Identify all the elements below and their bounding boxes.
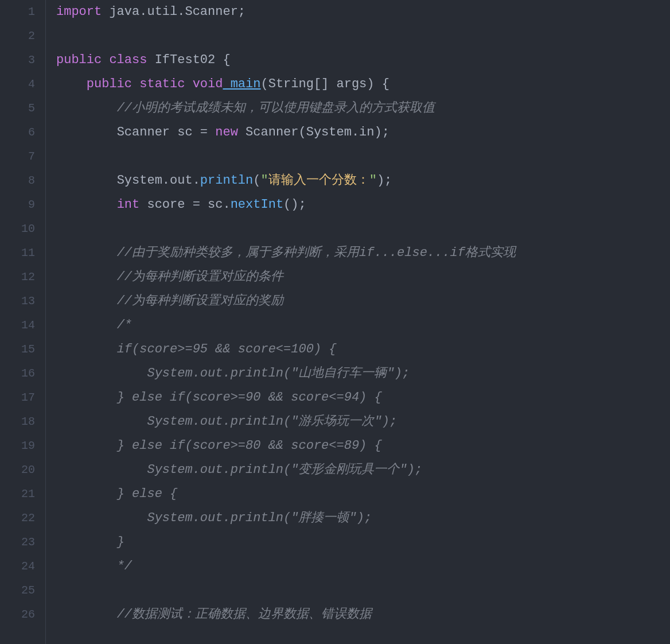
code-line-18[interactable]: System.out.println("游乐场玩一次"); (56, 410, 670, 434)
code-line-13[interactable]: //为每种判断设置对应的奖励 (56, 289, 670, 313)
code-line-1[interactable]: import java.util.Scanner; (56, 0, 670, 24)
method-nextint: nextInt (231, 197, 283, 212)
code-line-4[interactable]: public static void main(String[] args) { (56, 72, 670, 96)
code-editor: 1 2 3 4 5 6 7 8 9 10 11 12 13 14 15 16 1… (0, 0, 670, 644)
comment: //为每种判断设置对应的奖励 (117, 294, 283, 308)
indent (56, 173, 117, 188)
commented-code: } else if(score>=90 && score<=94) { (117, 390, 382, 405)
paren-open: ( (253, 173, 260, 188)
class-name: IfTest02 (147, 53, 215, 67)
code-content[interactable]: import java.util.Scanner; public class I… (46, 0, 670, 644)
line-number: 24 (6, 554, 35, 579)
code-line-3[interactable]: public class IfTest02 { (56, 48, 670, 72)
indent (56, 77, 87, 91)
indent (56, 607, 117, 622)
code-line-24[interactable]: */ (56, 554, 670, 579)
var-score: score (139, 197, 185, 212)
indent (56, 414, 147, 429)
equals: = (193, 125, 216, 139)
code-line-22[interactable]: System.out.println("胖揍一顿"); (56, 506, 670, 530)
code-line-23[interactable]: } (56, 530, 670, 554)
indent (56, 463, 147, 477)
paren-close: ); (377, 173, 392, 188)
line-number: 2 (6, 24, 35, 48)
indent (56, 487, 117, 501)
code-line-2[interactable] (56, 24, 670, 48)
line-number: 19 (6, 434, 35, 458)
method-args: (String[] args) { (260, 77, 389, 91)
line-number: 14 (6, 313, 35, 337)
line-number: 6 (6, 121, 35, 145)
code-line-9[interactable]: int score = sc.nextInt(); (56, 193, 670, 217)
keyword-public: public (56, 53, 102, 67)
indent (56, 511, 147, 525)
indent (56, 197, 117, 212)
line-number: 18 (6, 410, 35, 434)
keyword-int: int (117, 197, 140, 212)
indent (56, 342, 117, 356)
commented-code: System.out.println("游乐场玩一次"); (147, 414, 397, 429)
code-line-16[interactable]: System.out.println("山地自行车一辆"); (56, 362, 670, 386)
line-number: 17 (6, 386, 35, 410)
code-line-6[interactable]: Scanner sc = new Scanner(System.in); (56, 121, 670, 145)
keyword-static: static (132, 77, 185, 91)
line-number: 1 (6, 0, 35, 24)
code-line-15[interactable]: if(score>=95 && score<=100) { (56, 337, 670, 362)
indent (56, 559, 117, 573)
code-line-19[interactable]: } else if(score>=80 && score<=89) { (56, 434, 670, 458)
keyword-void: void (185, 77, 223, 91)
indent (56, 439, 117, 453)
code-line-5[interactable]: //小明的考试成绩未知，可以使用键盘录入的方式获取值 (56, 96, 670, 121)
block-comment-start: /* (117, 318, 132, 332)
keyword-public: public (87, 77, 132, 91)
system-out: System.out. (117, 173, 200, 188)
keyword-new: new (215, 125, 238, 139)
indent (56, 318, 117, 332)
line-number: 21 (6, 482, 35, 506)
type-scanner: Scanner (117, 125, 170, 139)
comment: //由于奖励种类较多，属于多种判断，采用if...else...if格式实现 (117, 246, 516, 260)
line-number: 16 (6, 362, 35, 386)
line-number-gutter: 1 2 3 4 5 6 7 8 9 10 11 12 13 14 15 16 1… (0, 0, 46, 644)
method-main: main (223, 77, 260, 91)
commented-code: System.out.println("胖揍一顿"); (147, 511, 372, 525)
code-line-8[interactable]: System.out.println("请输入一个分数："); (56, 169, 670, 193)
indent (56, 366, 147, 381)
code-line-17[interactable]: } else if(score>=90 && score<=94) { (56, 386, 670, 410)
constructor: Scanner (238, 125, 299, 139)
line-number: 26 (6, 603, 35, 627)
code-line-20[interactable]: System.out.println("变形金刚玩具一个"); (56, 458, 670, 482)
code-line-12[interactable]: //为每种判断设置对应的条件 (56, 265, 670, 289)
line-number: 10 (6, 217, 35, 241)
code-line-25[interactable] (56, 579, 670, 603)
call-end: (); (283, 197, 306, 212)
sc-ref: sc. (208, 197, 231, 212)
brace: { (215, 53, 230, 67)
line-number: 5 (6, 96, 35, 121)
line-number: 22 (6, 506, 35, 530)
line-number: 12 (6, 265, 35, 289)
line-number: 15 (6, 337, 35, 362)
commented-code: System.out.println("山地自行车一辆"); (147, 366, 410, 381)
commented-code: } else if(score>=80 && score<=89) { (117, 439, 382, 453)
block-comment-end: */ (117, 559, 132, 573)
line-number: 23 (6, 530, 35, 554)
code-line-14[interactable]: /* (56, 313, 670, 337)
code-line-11[interactable]: //由于奖励种类较多，属于多种判断，采用if...else...if格式实现 (56, 241, 670, 265)
line-number: 9 (6, 193, 35, 217)
equals: = (185, 197, 208, 212)
comment: //小明的考试成绩未知，可以使用键盘录入的方式获取值 (117, 101, 435, 115)
indent (56, 101, 117, 115)
method-println: println (200, 173, 253, 188)
comment: //为每种判断设置对应的条件 (117, 270, 283, 284)
indent (56, 535, 117, 549)
line-number: 3 (6, 48, 35, 72)
code-line-10[interactable] (56, 217, 670, 241)
package-path: java.util.Scanner; (102, 5, 246, 19)
commented-code: System.out.println("变形金刚玩具一个"); (147, 463, 422, 477)
line-number: 20 (6, 458, 35, 482)
code-line-7[interactable] (56, 145, 670, 169)
code-line-26[interactable]: //数据测试：正确数据、边界数据、错误数据 (56, 603, 670, 627)
comment: //数据测试：正确数据、边界数据、错误数据 (117, 607, 372, 622)
code-line-21[interactable]: } else { (56, 482, 670, 506)
